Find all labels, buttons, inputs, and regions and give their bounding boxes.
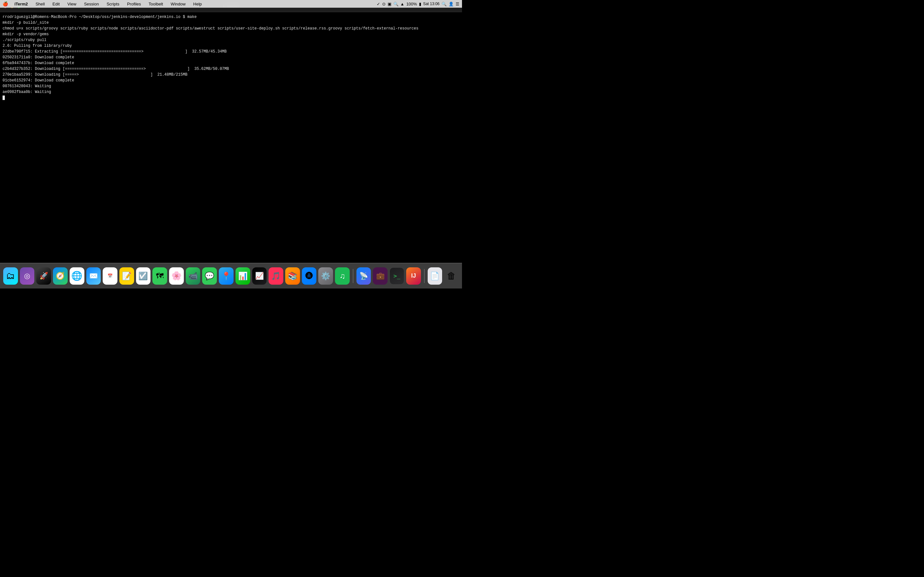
dock: 🗂 ◎ 🚀 🧭 🌐 ✉️ 📅 📝 ☑️ 🗺 🌸 📹 💬 <box>0 263 462 288</box>
dock-item-system-preferences[interactable]: ⚙️ <box>318 268 333 285</box>
status-bar: ✓ ⊙ ▣ 🔍 ▲ 100% ▮ Sat 13:06 🔍 👤 ☰ <box>376 2 460 6</box>
dock-item-chrome[interactable]: 🌐 <box>69 268 84 285</box>
profiles-menu[interactable]: Profiles <box>126 1 142 7</box>
dock-item-notes[interactable]: 📝 <box>120 268 134 285</box>
dock-item-wifi[interactable]: 📡 <box>357 268 371 285</box>
dock-item-siri[interactable]: ◎ <box>20 268 35 285</box>
battery-icon: ▮ <box>419 2 421 6</box>
terminal-line: ./scripts/ruby pull <box>3 37 459 43</box>
session-menu[interactable]: Session <box>83 1 100 7</box>
battery-percent: 100% <box>406 2 417 6</box>
terminal-line: mkdir -p vendor/gems <box>3 31 459 37</box>
dock-item-stocks[interactable]: 📈 <box>252 268 267 285</box>
terminal-line: 0250231711a0: Download complete <box>3 55 459 60</box>
terminal-line: 6fba9447437b: Download complete <box>3 60 459 66</box>
dock-item-calendar[interactable]: 📅 <box>103 268 118 285</box>
terminal-line: rrodriguezgil@Romens-MacBook-Pro ~/Deskt… <box>3 14 459 20</box>
dock-item-appstore[interactable]: 🅐 <box>302 268 317 285</box>
terminal-line: 007613428043: Waiting <box>3 83 459 89</box>
view-menu[interactable]: View <box>66 1 78 7</box>
dock-item-music[interactable]: 🎵 <box>268 268 283 285</box>
dock-separator-2 <box>424 269 425 283</box>
menubar-left: 🍎 iTerm2 Shell Edit View Session Scripts… <box>3 1 203 7</box>
dock-item-messages[interactable]: 💬 <box>202 268 217 285</box>
terminal-line: 22dbe790f715: Extracting [==============… <box>3 49 459 55</box>
dock-item-photos[interactable]: 🌸 <box>169 268 184 285</box>
dock-item-intellij[interactable]: IJ <box>406 268 421 285</box>
dock-item-books[interactable]: 📚 <box>285 268 300 285</box>
scripts-menu[interactable]: Scripts <box>105 1 121 7</box>
user-icon[interactable]: 👤 <box>449 2 454 6</box>
dock-item-documents[interactable]: 📄 <box>428 268 443 285</box>
terminal-line: mkdir -p build/_site <box>3 20 459 26</box>
terminal-line: 2.6: Pulling from library/ruby <box>3 43 459 49</box>
app-name-menu[interactable]: iTerm2 <box>13 1 29 7</box>
dock-item-facetime[interactable]: 📹 <box>186 268 200 285</box>
control-strip-icon[interactable]: ☰ <box>456 2 459 6</box>
shell-menu[interactable]: Shell <box>34 1 46 7</box>
dock-item-reminders[interactable]: ☑️ <box>136 268 151 285</box>
dock-item-terminal[interactable]: >_ <box>389 268 404 285</box>
apple-menu[interactable]: 🍎 <box>3 1 8 6</box>
window-menu[interactable]: Window <box>170 1 187 7</box>
dock-item-safari[interactable]: 🧭 <box>53 268 68 285</box>
dock-item-spotify[interactable]: ♫ <box>335 268 350 285</box>
terminal-line: c2b4d327b352: Downloading [=============… <box>3 66 459 72</box>
dock-item-slack[interactable]: 💼 <box>373 268 388 285</box>
activity-icon: ⊙ <box>382 2 386 6</box>
spotlight-icon[interactable]: 🔍 <box>393 2 399 6</box>
wifi-status-icon[interactable]: ▲ <box>401 2 405 6</box>
menubar: 🍎 iTerm2 Shell Edit View Session Scripts… <box>0 0 462 8</box>
terminal-line: 01cbe6152974: Download complete <box>3 77 459 83</box>
toolbelt-menu[interactable]: Toolbelt <box>147 1 164 7</box>
iterm-status-icon: ▣ <box>388 2 391 6</box>
iterm2-window: 1. docker rrodriguezgil@Romens-MacBook-P… <box>0 0 462 263</box>
terminal-output[interactable]: rrodriguezgil@Romens-MacBook-Pro ~/Deskt… <box>0 12 462 263</box>
clock: Sat 13:06 <box>423 2 439 6</box>
task-complete-icon: ✓ <box>376 2 380 6</box>
dock-item-trash[interactable]: 🗑 <box>444 268 459 285</box>
dock-item-mail[interactable]: ✉️ <box>86 268 101 285</box>
terminal-line: chmod u+x scripts/groovy scripts/ruby sc… <box>3 26 459 31</box>
terminal-line: ae0982fbaa0b: Waiting <box>3 89 459 95</box>
dock-item-finder[interactable]: 🗂 <box>3 268 18 285</box>
edit-menu[interactable]: Edit <box>51 1 61 7</box>
cursor <box>3 95 5 100</box>
dock-item-launchpad[interactable]: 🚀 <box>36 268 51 285</box>
help-menu[interactable]: Help <box>192 1 203 7</box>
terminal-line: 270e1baa5299: Downloading [=====> ] 21.4… <box>3 72 459 77</box>
dock-item-maps2[interactable]: 📍 <box>219 268 234 285</box>
search-icon[interactable]: 🔍 <box>441 2 447 6</box>
dock-separator <box>353 269 353 283</box>
dock-item-numbers[interactable]: 📊 <box>236 268 250 285</box>
terminal-prompt-line <box>3 95 459 101</box>
dock-item-maps[interactable]: 🗺 <box>152 268 167 285</box>
